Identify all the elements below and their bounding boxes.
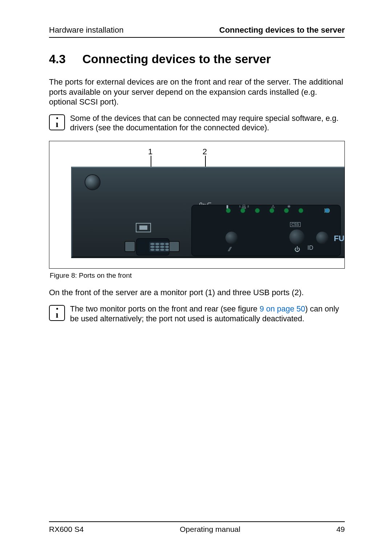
server-front-panel-photo: o←⊂ ▮ ¹ 品 ² ⚠ ✳ ID (71, 167, 344, 258)
page-footer: RX600 S4 Operating manual 49 (49, 518, 345, 534)
section-title: Connecting devices to the server (82, 52, 271, 66)
header-right: Connecting devices to the server (219, 25, 345, 35)
info-note-2: ı The two monitor ports on the front and… (49, 304, 345, 324)
info-note-2-text: The two monitor ports on the front and r… (70, 304, 345, 324)
footer-page-number: 49 (336, 525, 345, 534)
power-button-icon (289, 229, 305, 245)
status-led-icon (270, 208, 274, 213)
power-icon: ⏻ (294, 246, 300, 253)
running-header: Hardware installation Connecting devices… (49, 25, 345, 35)
brand-fragment: FU (334, 234, 344, 243)
footer-model: RX600 S4 (49, 525, 84, 534)
vga-port-icon (127, 238, 177, 254)
control-panel: ▮ ¹ 品 ² ⚠ ✳ ID CSS ⁄⁄ ⏻ (191, 205, 341, 256)
figure-caption: Figure 8: Ports on the front (50, 272, 345, 280)
css-label: CSS (290, 222, 301, 227)
id-led-icon (325, 208, 329, 213)
status-led-icon (241, 208, 245, 213)
info-note-1: ı Some of the devices that can be connec… (49, 114, 345, 133)
status-led-icon (284, 208, 289, 213)
section-heading: 4.3Connecting devices to the server (49, 52, 345, 66)
callout-2: 2 (203, 147, 207, 156)
status-led-icon (226, 208, 230, 213)
id-label: ID (307, 245, 313, 251)
info-note-1-text: Some of the devices that can be connecte… (70, 114, 345, 133)
footer-title: Operating manual (180, 525, 240, 534)
section-number: 4.3 (49, 52, 82, 66)
thumbscrew-icon (85, 174, 101, 190)
reset-button-icon (225, 232, 238, 244)
footer-rule (49, 521, 345, 522)
figure-9-xref-link[interactable]: 9 on page 50 (260, 305, 305, 313)
info-icon: ı (49, 305, 65, 321)
info-icon: ı (49, 114, 65, 130)
intro-paragraph: The ports for external devices are on th… (49, 77, 345, 107)
id-button-icon (316, 232, 328, 244)
nmi-switch-icon (136, 223, 151, 232)
status-led-icon (299, 208, 303, 213)
header-left: Hardware installation (49, 25, 123, 35)
header-rule (49, 37, 345, 38)
callout-1: 1 (148, 147, 152, 156)
figure-ports-front: 1 2 o←⊂ ▮ ¹ 品 ² ⚠ ✳ ID (49, 141, 345, 269)
status-led-icon (255, 208, 260, 213)
paragraph-ports: On the front of the server are a monitor… (49, 288, 345, 298)
